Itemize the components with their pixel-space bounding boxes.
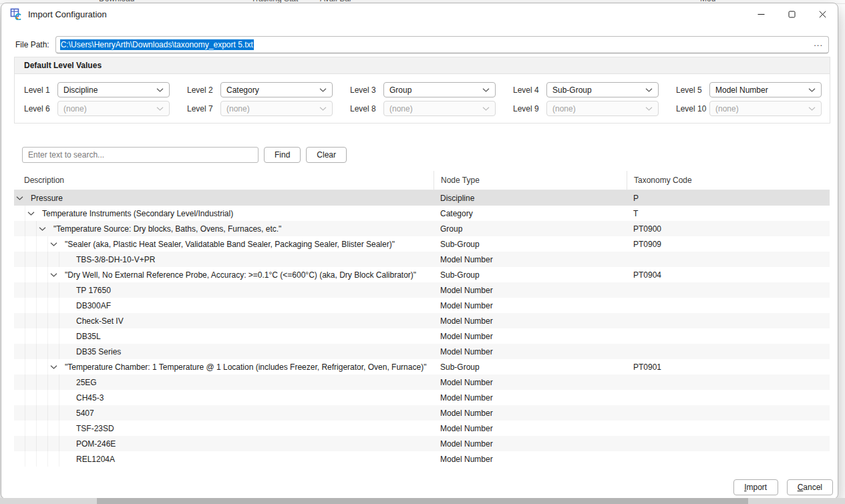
minimize-button[interactable] (745, 3, 776, 25)
indent-guide (48, 374, 59, 390)
node-type-cell: Group (434, 224, 627, 234)
dropdown-selected-value: Category (226, 85, 259, 95)
levels-row-1: Level 1DisciplineLevel 2CategoryLevel 3G… (15, 82, 830, 97)
level-5-dropdown[interactable]: Model Number (709, 82, 822, 97)
chevron-spacer (59, 282, 70, 298)
table-row[interactable]: PressureDisciplineP (14, 190, 830, 206)
search-input[interactable] (22, 147, 259, 163)
import-button[interactable]: Import (733, 479, 778, 495)
taxonomy-code-cell: PT0900 (627, 224, 830, 234)
node-type-cell: Category (434, 209, 627, 218)
level-label: Level 7 (187, 104, 220, 113)
table-row[interactable]: TBS-3/8-DH-10-V+PRModel Number (14, 252, 830, 267)
indent-guide (37, 451, 48, 467)
table-row[interactable]: 25EGModel Number (14, 374, 830, 390)
description-cell: CH45-3 (14, 390, 434, 405)
find-button[interactable]: Find (264, 147, 301, 163)
column-header-node-type[interactable]: Node Type (434, 171, 627, 190)
row-description: TSF-23SD (76, 424, 114, 433)
table-row[interactable]: "Temperature Source: Dry blocks, Baths, … (14, 221, 830, 236)
indent-guide (37, 344, 48, 359)
table-row[interactable]: "Dry Well, No External Reference Probe, … (14, 267, 830, 282)
chevron-spacer (59, 344, 70, 359)
node-type-cell: Model Number (434, 332, 627, 341)
group-title: Default Level Values (15, 57, 830, 74)
description-cell: DB300AF (14, 298, 434, 313)
chevron-down-icon[interactable] (37, 221, 47, 236)
table-row[interactable]: DB35 SeriesModel Number (14, 344, 830, 359)
table-row[interactable]: TP 17650Model Number (14, 282, 830, 298)
level-label: Level 4 (513, 85, 546, 95)
indent-guide (37, 405, 48, 421)
indent-guide (48, 328, 59, 344)
node-type-cell: Sub-Group (434, 362, 627, 372)
chevron-spacer (59, 405, 70, 421)
level-2-dropdown[interactable]: Category (220, 82, 333, 97)
chevron-spacer (59, 451, 70, 467)
table-row[interactable]: Temperature Instruments (Secondary Level… (14, 206, 830, 221)
chevron-down-icon[interactable] (48, 236, 59, 252)
file-path-input[interactable]: C:\Users\HenryArth\Downloads\taxonomy_ex… (55, 36, 829, 53)
table-row[interactable]: Check-Set IVModel Number (14, 313, 830, 328)
indent-guide (48, 344, 59, 359)
dropdown-selected-value: Sub-Group (552, 85, 592, 95)
maximize-button[interactable] (776, 3, 807, 25)
description-cell: TBS-3/8-DH-10-V+PR (14, 252, 434, 267)
indent-guide (14, 374, 25, 390)
level-label: Level 8 (350, 104, 383, 113)
indent-guide (14, 298, 25, 313)
node-type-cell: Model Number (434, 255, 627, 264)
chevron-down-icon[interactable] (14, 190, 25, 206)
indent-guide (37, 298, 48, 313)
table-row[interactable]: CH45-3Model Number (14, 390, 830, 405)
row-description: DB35 Series (76, 347, 121, 356)
level-4-dropdown[interactable]: Sub-Group (546, 82, 659, 97)
indent-guide (48, 451, 59, 467)
description-cell: 5407 (14, 405, 434, 421)
chevron-down-icon[interactable] (48, 359, 59, 374)
level-3-dropdown[interactable]: Group (383, 82, 496, 97)
chevron-down-icon[interactable] (25, 206, 36, 221)
node-type-cell: Discipline (434, 194, 627, 203)
row-description: 25EG (76, 378, 97, 387)
app-icon (10, 8, 22, 20)
indent-guide (14, 359, 25, 374)
description-cell: TSF-23SD (14, 421, 434, 436)
table-row[interactable]: DB300AFModel Number (14, 298, 830, 313)
dropdown-selected-value: (none) (715, 104, 739, 113)
chevron-down-icon[interactable] (48, 267, 59, 282)
dropdown-selected-value: Group (389, 85, 411, 95)
close-button[interactable] (807, 3, 838, 25)
browse-button[interactable]: ... (814, 38, 823, 48)
table-row[interactable]: "Sealer (aka, Plastic Heat Sealer, Valid… (14, 236, 830, 252)
column-header-taxonomy-code[interactable]: Taxonomy Code (627, 171, 830, 190)
row-description: Check-Set IV (76, 316, 124, 326)
table-row[interactable]: "Temperature Chamber: 1 Temperature @ 1 … (14, 359, 830, 374)
table-row[interactable]: REL1204AModel Number (14, 451, 830, 467)
level-10-field: Level 10(none) (676, 101, 822, 116)
indent-guide (14, 390, 25, 405)
description-cell: TP 17650 (14, 282, 434, 298)
background-bottom-strip (0, 498, 845, 504)
level-1-dropdown[interactable]: Discipline (57, 82, 170, 97)
level-label: Level 10 (676, 104, 709, 113)
column-header-description[interactable]: Description (14, 171, 434, 190)
level-5-field: Level 5Model Number (676, 82, 822, 97)
row-description: DB35L (76, 332, 101, 341)
level-7-field: Level 7(none) (187, 101, 333, 116)
clear-button[interactable]: Clear (306, 147, 347, 163)
level-label: Level 5 (676, 85, 709, 95)
table-row[interactable]: 5407Model Number (14, 405, 830, 421)
level-2-field: Level 2Category (187, 82, 333, 97)
indent-guide (48, 390, 59, 405)
table-row[interactable]: TSF-23SDModel Number (14, 421, 830, 436)
node-type-cell: Model Number (434, 286, 627, 295)
cancel-button[interactable]: Cancel (787, 479, 833, 495)
indent-guide (37, 236, 48, 252)
table-row[interactable]: POM-246EModel Number (14, 436, 830, 451)
chevron-down-icon (645, 88, 653, 92)
chevron-spacer (59, 328, 70, 344)
row-description: Pressure (31, 194, 63, 203)
table-row[interactable]: DB35LModel Number (14, 328, 830, 344)
chevron-spacer (59, 298, 70, 313)
